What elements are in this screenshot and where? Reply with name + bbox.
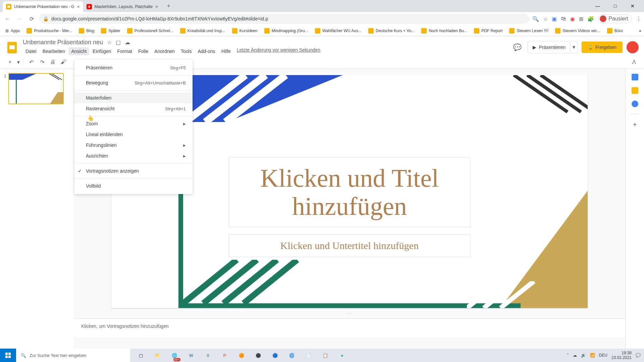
bookmark-item[interactable]: Blog	[76, 27, 97, 35]
app-icon[interactable]: 📋	[317, 349, 333, 362]
menu-item-ausrichten[interactable]: Ausrichten ▶	[74, 150, 193, 161]
bookmark-item[interactable]: Mindmapping (Gru...	[262, 27, 311, 35]
slide-thumbnail[interactable]	[8, 73, 64, 104]
new-slide-dropdown[interactable]: ▾	[16, 57, 21, 67]
clock[interactable]: 19:38 23.02.2021	[611, 351, 632, 360]
menu-addons[interactable]: Add-ons	[195, 47, 218, 55]
extension-icon[interactable]: ◉	[570, 16, 575, 22]
menu-item-vortragsnotizen[interactable]: ✓ Vortragsnotizen anzeigen	[74, 166, 193, 176]
menu-item-rasteransicht[interactable]: Rasteransicht Strg+Alt+1	[74, 103, 193, 114]
menu-format[interactable]: Format	[115, 47, 135, 55]
print-button[interactable]: 🖨	[48, 57, 57, 67]
notifications-icon[interactable]: 💬	[636, 353, 641, 358]
comments-icon[interactable]: 💬	[512, 41, 524, 53]
doc-title[interactable]: Unbenannte Präsentation neu	[23, 39, 103, 46]
bookmark-item[interactable]: PDF Report	[471, 27, 505, 35]
bookmark-item[interactable]: Büro	[604, 27, 626, 35]
add-icon[interactable]: +	[633, 121, 637, 129]
zoom-icon[interactable]: 🔍	[532, 16, 539, 22]
undo-button[interactable]: ↶	[26, 57, 36, 67]
word-icon[interactable]: W	[183, 349, 199, 362]
new-tab-button[interactable]: +	[164, 1, 173, 11]
search-input[interactable]: 🔍 Zur Suche Text hier eingeben	[16, 349, 130, 362]
back-button[interactable]: ←	[3, 14, 12, 23]
language-indicator[interactable]: DEU	[599, 353, 607, 358]
menu-item-lineal[interactable]: Lineal einblenden	[74, 129, 193, 140]
close-icon[interactable]: ×	[155, 4, 158, 9]
new-slide-button[interactable]: +	[5, 57, 15, 67]
reload-button[interactable]: ⟳	[27, 14, 36, 23]
star-icon[interactable]: ☆	[543, 16, 548, 22]
slides-logo-icon[interactable]	[5, 41, 19, 54]
paint-format-button[interactable]: 🖌	[59, 57, 68, 67]
bookmark-item[interactable]: Steuern Lesen !!!!	[506, 27, 551, 35]
cloud-icon[interactable]: ☁	[573, 353, 577, 358]
bookmark-item[interactable]: Wahlfächer WU Aus...	[312, 27, 364, 35]
minimize-icon[interactable]: —	[592, 3, 604, 9]
start-button[interactable]	[0, 349, 16, 362]
bookmark-item[interactable]: Kursideen	[229, 27, 260, 35]
browser-tab-inactive[interactable]: Masterfolien, Layouts, Platzhalte ×	[83, 1, 162, 12]
menu-anordnen[interactable]: Anordnen	[152, 47, 177, 55]
menu-item-bewegung[interactable]: Bewegung Strg+Alt+Umschalttaste+B	[74, 77, 193, 88]
bookmark-item[interactable]: Noch hochladen Bu...	[419, 27, 470, 35]
bookmark-item[interactable]: Deutsche Kurs + Vo...	[366, 27, 417, 35]
file-explorer-icon[interactable]: 📁	[150, 349, 166, 362]
apps-button[interactable]: ⊞Apps	[3, 27, 22, 35]
share-button[interactable]: 🔒 Freigeben	[582, 42, 623, 53]
menu-item-vollbild[interactable]: Vollbild	[74, 181, 193, 191]
bookmark-item[interactable]: Produktsuche - Mer...	[24, 27, 75, 35]
bookmark-item[interactable]: Später	[98, 27, 123, 35]
menu-ansicht[interactable]: Ansicht	[68, 47, 89, 55]
menu-folie[interactable]: Folie	[136, 47, 151, 55]
bookmark-item[interactable]: Kreativität und Insp...	[177, 27, 228, 35]
menu-icon[interactable]: ⋮	[636, 16, 641, 22]
obs-icon[interactable]: ⚫	[250, 349, 266, 362]
profile-avatar[interactable]	[627, 41, 639, 53]
tray-chevron-icon[interactable]: ˄	[567, 353, 569, 358]
menu-hilfe[interactable]: Hilfe	[219, 47, 233, 55]
present-dropdown-button[interactable]: ▾	[571, 41, 578, 53]
app-icon[interactable]: 🟠	[233, 349, 250, 362]
powerpoint-icon[interactable]: P	[217, 349, 233, 362]
puzzle-icon[interactable]: 🧩	[587, 16, 594, 22]
menu-item-masterfolien[interactable]: Masterfolien	[74, 93, 193, 103]
excel-icon[interactable]: X	[200, 349, 216, 362]
edge-icon[interactable]: 🌐99+	[166, 349, 182, 362]
menu-item-praesentieren[interactable]: Präsentieren Strg+F5	[74, 62, 193, 73]
move-icon[interactable]: ▢	[116, 39, 121, 46]
extension-icon[interactable]: ⊞	[579, 16, 583, 22]
collapse-icon[interactable]: ᐱ	[629, 57, 639, 67]
close-window-icon[interactable]: ✕	[627, 3, 639, 9]
keep-icon[interactable]	[632, 87, 638, 94]
calendar-icon[interactable]	[632, 74, 638, 80]
extension-icon[interactable]: ▣	[552, 16, 557, 22]
extension-icon[interactable]: 🛍	[561, 16, 566, 22]
bookmark-item[interactable]: Steuern Videos wic...	[552, 27, 603, 35]
chrome-icon[interactable]: 🔵	[267, 349, 283, 362]
menu-bearbeiten[interactable]: Bearbeiten	[40, 47, 68, 55]
edge-icon[interactable]: 🌀	[284, 349, 300, 362]
volume-icon[interactable]: 🔊	[581, 353, 586, 358]
menu-einfuegen[interactable]: Einfügen	[90, 47, 114, 55]
cloud-icon[interactable]: ☁	[125, 39, 130, 46]
spotify-icon[interactable]: ●	[334, 349, 350, 362]
speaker-notes[interactable]: Klicken, um Vortragsnotizen hinzuzufügen	[74, 318, 625, 337]
close-icon[interactable]: ×	[77, 4, 79, 9]
bookmark-item[interactable]: Professionell Schrei...	[124, 27, 176, 35]
subtitle-placeholder[interactable]: Klicken und Untertitel hinzufügen	[229, 234, 470, 257]
browser-tab-active[interactable]: Unbenannte Präsentation neu - G ×	[3, 1, 83, 12]
star-icon[interactable]: ☆	[107, 39, 112, 46]
menu-tools[interactable]: Tools	[178, 47, 195, 55]
app-icon[interactable]: 📄	[301, 349, 317, 362]
menu-datei[interactable]: Datei	[23, 47, 39, 55]
profile-button[interactable]: T Pausiert	[598, 14, 632, 23]
url-input[interactable]: 🔒 docs.google.com/presentation/d/1o2Pm-L…	[39, 14, 530, 24]
last-edit-link[interactable]: Letzte Änderung vor wenigen Sekunden	[237, 47, 320, 55]
bookmarks-overflow[interactable]: »	[639, 28, 641, 33]
redo-button[interactable]: ↷	[37, 57, 47, 67]
present-button[interactable]: ▶ Präsentieren	[528, 41, 571, 53]
resize-handle[interactable]: ⋯	[74, 308, 625, 318]
tasks-icon[interactable]	[632, 101, 638, 107]
menu-item-fuehrungslinien[interactable]: Führungslinien ▶	[74, 140, 193, 150]
